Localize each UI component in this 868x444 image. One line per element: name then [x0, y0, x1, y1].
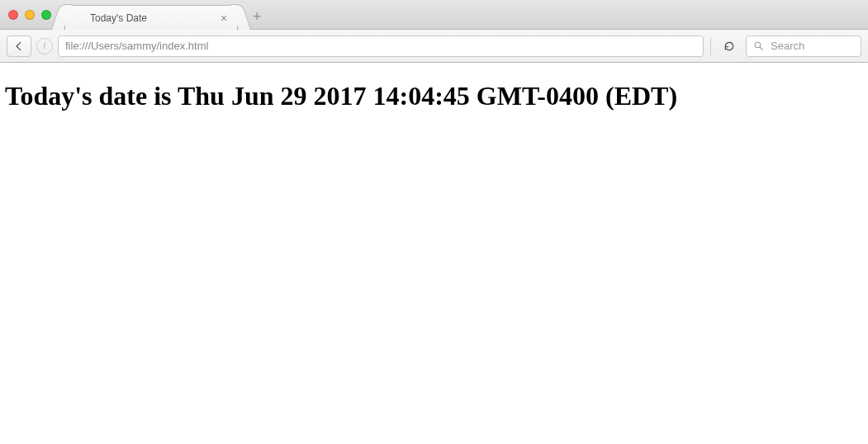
- reload-button[interactable]: [718, 35, 741, 57]
- tab-title: Today's Date: [90, 12, 217, 24]
- search-input[interactable]: [769, 39, 854, 53]
- toolbar-separator: [710, 37, 711, 55]
- url-text: file:///Users/sammy/index.html: [65, 40, 696, 52]
- address-bar[interactable]: file:///Users/sammy/index.html: [58, 35, 704, 57]
- window-titlebar: Today's Date × +: [0, 0, 868, 30]
- window-controls: [0, 0, 51, 29]
- browser-toolbar: i file:///Users/sammy/index.html: [0, 30, 868, 63]
- svg-point-0: [755, 42, 761, 48]
- close-window-button[interactable]: [8, 10, 18, 20]
- reload-icon: [723, 40, 736, 53]
- svg-line-1: [760, 47, 762, 50]
- browser-tab[interactable]: Today's Date ×: [64, 5, 238, 30]
- close-tab-button[interactable]: ×: [217, 12, 230, 25]
- site-info-icon[interactable]: i: [36, 38, 53, 54]
- search-icon: [753, 40, 764, 51]
- page-heading: Today's date is Thu Jun 29 2017 14:04:45…: [5, 81, 863, 111]
- back-button[interactable]: [7, 35, 31, 57]
- page-content: Today's date is Thu Jun 29 2017 14:04:45…: [0, 63, 868, 444]
- minimize-window-button[interactable]: [25, 10, 35, 20]
- new-tab-button[interactable]: +: [253, 8, 262, 26]
- search-box[interactable]: [746, 35, 861, 57]
- arrow-left-icon: [13, 40, 25, 52]
- zoom-window-button[interactable]: [41, 10, 51, 20]
